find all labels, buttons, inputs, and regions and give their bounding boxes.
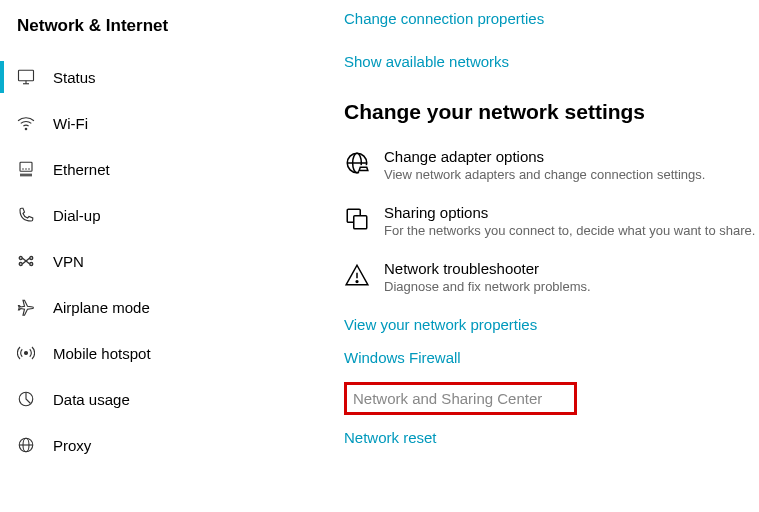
svg-rect-4 — [20, 162, 32, 171]
svg-rect-26 — [354, 216, 367, 229]
adapter-icon — [344, 150, 370, 176]
network-reset-link[interactable]: Network reset — [344, 429, 759, 446]
sidebar-item-label: Ethernet — [53, 161, 110, 178]
sidebar-item-vpn[interactable]: VPN — [0, 238, 320, 284]
setting-sharing-options[interactable]: Sharing options For the networks you con… — [344, 204, 759, 238]
setting-desc: Diagnose and fix network problems. — [384, 279, 591, 294]
section-heading: Change your network settings — [344, 100, 759, 124]
svg-point-10 — [19, 257, 22, 260]
sidebar-item-label: Status — [53, 69, 96, 86]
highlight-annotation: Network and Sharing Center — [344, 382, 577, 415]
svg-point-13 — [30, 263, 33, 266]
sidebar-item-proxy[interactable]: Proxy — [0, 422, 320, 468]
svg-point-28 — [356, 281, 358, 283]
data-usage-icon — [17, 390, 35, 408]
sidebar: Network & Internet Status Wi-Fi Ethernet… — [0, 0, 320, 512]
sidebar-item-airplane[interactable]: Airplane mode — [0, 284, 320, 330]
sharing-icon — [344, 206, 370, 232]
main-content: Change connection properties Show availa… — [320, 0, 759, 512]
vpn-icon — [17, 252, 35, 270]
setting-title: Change adapter options — [384, 148, 705, 165]
globe-icon — [17, 436, 35, 454]
change-connection-props-link[interactable]: Change connection properties — [344, 10, 759, 27]
show-available-networks-link[interactable]: Show available networks — [344, 53, 759, 70]
sidebar-item-label: Airplane mode — [53, 299, 150, 316]
view-network-properties-link[interactable]: View your network properties — [344, 316, 759, 333]
sidebar-item-label: VPN — [53, 253, 84, 270]
sidebar-item-label: Data usage — [53, 391, 130, 408]
windows-firewall-link[interactable]: Windows Firewall — [344, 349, 759, 366]
wifi-icon — [17, 114, 35, 132]
setting-title: Network troubleshooter — [384, 260, 591, 277]
monitor-icon — [17, 68, 35, 86]
sidebar-item-label: Wi-Fi — [53, 115, 88, 132]
sidebar-item-label: Dial-up — [53, 207, 101, 224]
sidebar-item-ethernet[interactable]: Ethernet — [0, 146, 320, 192]
phone-icon — [17, 206, 35, 224]
setting-troubleshooter[interactable]: Network troubleshooter Diagnose and fix … — [344, 260, 759, 294]
sidebar-item-dialup[interactable]: Dial-up — [0, 192, 320, 238]
sidebar-item-label: Proxy — [53, 437, 91, 454]
svg-point-3 — [25, 128, 27, 130]
setting-desc: For the networks you connect to, decide … — [384, 223, 755, 238]
hotspot-icon — [17, 344, 35, 362]
setting-adapter-options[interactable]: Change adapter options View network adap… — [344, 148, 759, 182]
svg-point-11 — [19, 263, 22, 266]
svg-point-12 — [30, 257, 33, 260]
svg-rect-0 — [19, 70, 34, 81]
setting-desc: View network adapters and change connect… — [384, 167, 705, 182]
sidebar-item-status[interactable]: Status — [0, 54, 320, 100]
sidebar-item-wifi[interactable]: Wi-Fi — [0, 100, 320, 146]
sidebar-item-label: Mobile hotspot — [53, 345, 151, 362]
sidebar-item-hotspot[interactable]: Mobile hotspot — [0, 330, 320, 376]
warning-icon — [344, 262, 370, 288]
svg-point-16 — [25, 352, 28, 355]
sidebar-title: Network & Internet — [0, 10, 320, 54]
setting-title: Sharing options — [384, 204, 755, 221]
network-sharing-center-link[interactable]: Network and Sharing Center — [353, 390, 542, 407]
airplane-icon — [17, 298, 35, 316]
ethernet-icon — [17, 160, 35, 178]
sidebar-item-datausage[interactable]: Data usage — [0, 376, 320, 422]
